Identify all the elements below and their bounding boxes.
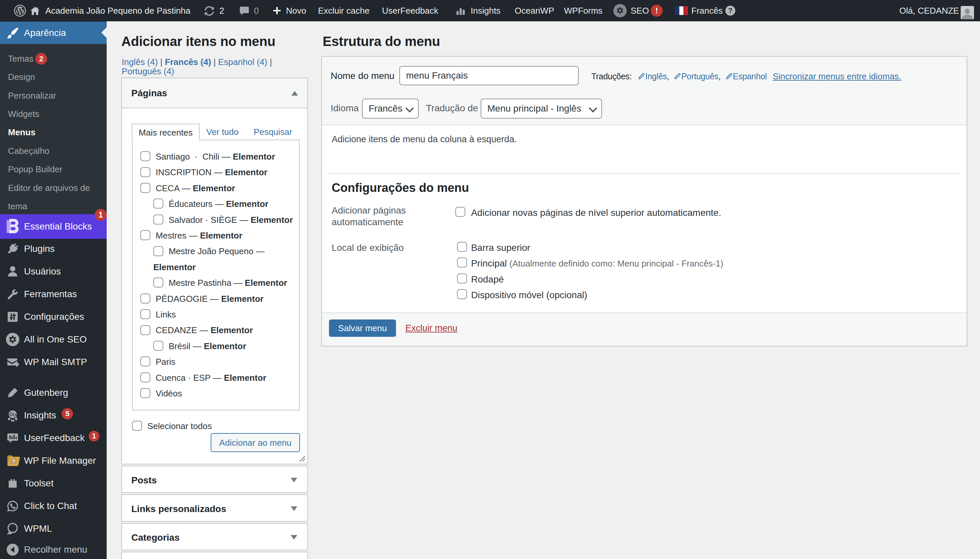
svg-text:W: W: [11, 459, 17, 465]
